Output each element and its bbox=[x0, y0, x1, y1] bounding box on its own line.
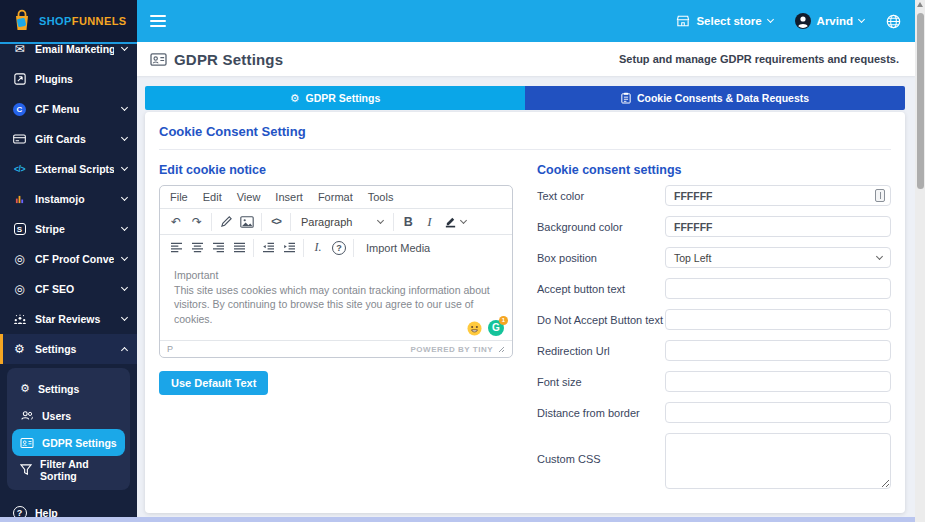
powered-by-tiny-label: POWERED BY TINY bbox=[411, 345, 493, 354]
extension-icon[interactable] bbox=[875, 189, 885, 202]
globe-icon[interactable] bbox=[886, 14, 901, 29]
do-not-accept-button-text-input[interactable] bbox=[665, 309, 891, 330]
sidebar-item-plugins[interactable]: Plugins bbox=[0, 64, 137, 94]
chevron-down-icon[interactable] bbox=[460, 217, 467, 224]
sidebar-item-email-marketing[interactable]: ✉ Email Marketing bbox=[0, 42, 137, 64]
sidebar-item-external-scripts[interactable]: </> External Scripts bbox=[0, 154, 137, 184]
italic-button[interactable]: I bbox=[419, 212, 439, 232]
highlight-pen-icon[interactable] bbox=[440, 212, 460, 232]
scrollbar-thumb[interactable] bbox=[917, 13, 924, 189]
submenu-item-filter-and-sorting[interactable]: Filter And Sorting bbox=[12, 456, 125, 483]
font-size-input[interactable] bbox=[665, 371, 891, 392]
chevron-down-icon bbox=[121, 104, 128, 111]
seo-target-icon: ◎ bbox=[12, 283, 27, 295]
hamburger-menu-button[interactable] bbox=[150, 12, 166, 31]
form-row-box-position: Box position Top Left bbox=[537, 247, 891, 268]
redirection-url-input[interactable] bbox=[665, 340, 891, 361]
app-logo: SHOPFUNNELS bbox=[0, 0, 137, 42]
align-center-icon[interactable] bbox=[187, 238, 207, 258]
scrollbar-up-arrow-icon[interactable] bbox=[917, 2, 923, 7]
submenu-item-users[interactable]: Users bbox=[12, 402, 125, 429]
menu-format[interactable]: Format bbox=[318, 191, 353, 203]
distance-from-border-input[interactable] bbox=[665, 402, 891, 423]
outdent-icon[interactable] bbox=[258, 238, 278, 258]
element-path: P bbox=[167, 344, 173, 354]
chevron-down-icon bbox=[767, 16, 774, 23]
chevron-up-icon bbox=[121, 347, 128, 354]
chevron-down-icon bbox=[121, 254, 128, 261]
paragraph-format-dropdown[interactable]: Paragraph bbox=[295, 216, 389, 228]
sidebar-item-cf-menu[interactable]: C CF Menu bbox=[0, 94, 137, 124]
source-code-icon[interactable]: <> bbox=[266, 212, 286, 232]
chevron-down-icon bbox=[858, 16, 865, 23]
sidebar-item-gift-cards[interactable]: Gift Cards bbox=[0, 124, 137, 154]
rich-text-editor: File Edit View Insert Format Tools ↶ ↷ bbox=[159, 185, 513, 358]
bold-button[interactable]: B bbox=[398, 212, 418, 232]
accept-button-text-input[interactable] bbox=[665, 278, 891, 299]
select-store-dropdown[interactable]: Select store bbox=[676, 15, 772, 27]
form-row-text-color: Text color bbox=[537, 185, 891, 206]
editor-menubar: File Edit View Insert Format Tools bbox=[160, 186, 512, 208]
box-position-select[interactable]: Top Left bbox=[665, 247, 891, 268]
sidebar-item-instamojo[interactable]: Instamojo bbox=[0, 184, 137, 214]
undo-icon[interactable]: ↶ bbox=[166, 212, 186, 232]
section-title: Cookie Consent Setting bbox=[159, 124, 891, 150]
custom-css-textarea[interactable] bbox=[665, 433, 891, 489]
use-default-text-button[interactable]: Use Default Text bbox=[159, 371, 268, 395]
submenu-item-settings[interactable]: ⚙ Settings bbox=[12, 375, 125, 402]
gdpr-badge-icon bbox=[20, 437, 34, 449]
cookie-consent-settings-panel: Cookie consent settings Text color Backg… bbox=[537, 163, 891, 499]
sidebar-item-stripe[interactable]: S Stripe bbox=[0, 214, 137, 244]
menu-view[interactable]: View bbox=[237, 191, 261, 203]
submenu-item-gdpr-settings[interactable]: GDPR Settings bbox=[12, 429, 125, 456]
help-circle-icon[interactable]: ? bbox=[329, 238, 349, 258]
menu-edit[interactable]: Edit bbox=[203, 191, 222, 203]
grammarly-icon[interactable]: G1 bbox=[488, 320, 504, 336]
tab-cookie-consents[interactable]: Cookie Consents & Data Requests bbox=[525, 86, 905, 110]
editor-content-area[interactable]: Important This site uses cookies which m… bbox=[160, 260, 512, 340]
sidebar-item-settings[interactable]: ⚙ Settings bbox=[0, 334, 137, 364]
chevron-down-icon bbox=[121, 314, 128, 321]
shopfunnels-bag-icon bbox=[12, 9, 32, 33]
form-row-background-color: Background color bbox=[537, 216, 891, 237]
link-icon[interactable] bbox=[216, 212, 236, 232]
align-right-icon[interactable] bbox=[208, 238, 228, 258]
clear-formatting-icon[interactable]: I. bbox=[308, 238, 328, 258]
editor-toolbar-1: ↶ ↷ <> Paragraph bbox=[160, 208, 512, 234]
page-scrollbar[interactable] bbox=[915, 0, 925, 522]
settings-submenu: ⚙ Settings Users GDPR Settings Filter An… bbox=[7, 368, 130, 490]
editor-text-line1: Important bbox=[174, 268, 498, 283]
cookie-consent-card: Cookie Consent Setting Edit cookie notic… bbox=[145, 112, 905, 513]
align-justify-icon[interactable] bbox=[229, 238, 249, 258]
import-media-button[interactable]: Import Media bbox=[358, 242, 438, 254]
chevron-down-icon bbox=[121, 164, 128, 171]
page-header: GDPR Settings Setup and manage GDPR requ… bbox=[137, 42, 915, 76]
background-color-input[interactable] bbox=[665, 216, 891, 237]
form-row-accept-button-text: Accept button text bbox=[537, 278, 891, 299]
main-content: GDPR Settings Setup and manage GDPR requ… bbox=[137, 42, 925, 522]
align-left-icon[interactable] bbox=[166, 238, 186, 258]
sidebar-item-star-reviews[interactable]: Star Reviews bbox=[0, 304, 137, 334]
text-color-input[interactable] bbox=[665, 185, 891, 206]
sidebar-item-cf-proof-convert[interactable]: ◎ CF Proof Convert bbox=[0, 244, 137, 274]
form-row-redirection-url: Redirection Url bbox=[537, 340, 891, 361]
topbar: Select store Arvind bbox=[137, 0, 925, 42]
smiley-emoji-icon[interactable] bbox=[467, 321, 482, 336]
instamojo-icon bbox=[12, 194, 27, 205]
redo-icon[interactable]: ↷ bbox=[187, 212, 207, 232]
editor-text-line2: This site uses cookies which may contain… bbox=[174, 283, 498, 327]
image-icon[interactable] bbox=[237, 212, 257, 232]
window-bottom-edge bbox=[0, 517, 925, 522]
chevron-down-icon bbox=[876, 253, 883, 260]
sidebar-item-cf-seo[interactable]: ◎ CF SEO bbox=[0, 274, 137, 304]
tab-gdpr-settings[interactable]: ⚙ GDPR Settings bbox=[145, 86, 525, 110]
menu-tools[interactable]: Tools bbox=[368, 191, 394, 203]
editor-title: Edit cookie notice bbox=[159, 163, 513, 177]
indent-icon[interactable] bbox=[279, 238, 299, 258]
page-subtitle: Setup and manage GDPR requirements and r… bbox=[619, 53, 899, 65]
menu-file[interactable]: File bbox=[170, 191, 188, 203]
grammarly-badge: 1 bbox=[499, 316, 508, 325]
user-menu-dropdown[interactable]: Arvind bbox=[795, 13, 864, 29]
resize-handle-icon[interactable] bbox=[498, 346, 505, 353]
menu-insert[interactable]: Insert bbox=[275, 191, 303, 203]
